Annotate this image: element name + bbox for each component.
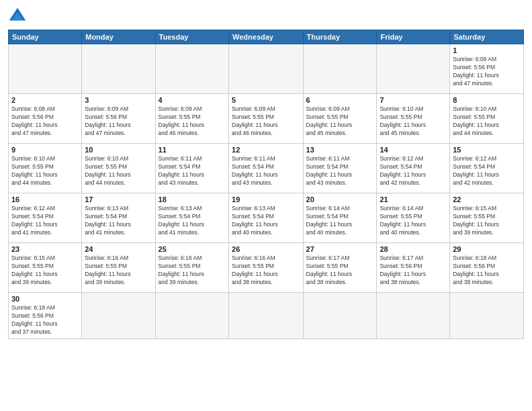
calendar-cell: 3Sunrise: 6:09 AMSunset: 5:56 PMDaylight… xyxy=(82,94,155,144)
calendar-cell: 8Sunrise: 6:10 AMSunset: 5:55 PMDaylight… xyxy=(450,94,524,144)
calendar-week-2: 2Sunrise: 6:08 AMSunset: 5:56 PMDaylight… xyxy=(9,94,524,144)
day-info: Sunrise: 6:09 AMSunset: 5:55 PMDaylight:… xyxy=(159,105,226,138)
day-info: Sunrise: 6:11 AMSunset: 5:54 PMDaylight:… xyxy=(159,155,226,187)
calendar-header-wednesday: Wednesday xyxy=(229,30,304,44)
day-info: Sunrise: 6:08 AMSunset: 5:56 PMDaylight:… xyxy=(11,105,79,138)
day-info: Sunrise: 6:10 AMSunset: 5:55 PMDaylight:… xyxy=(453,105,521,138)
calendar-cell: 18Sunrise: 6:13 AMSunset: 5:54 PMDayligh… xyxy=(155,193,228,243)
calendar-cell: 21Sunrise: 6:14 AMSunset: 5:55 PMDayligh… xyxy=(377,193,450,243)
logo-icon xyxy=(8,7,27,26)
calendar-cell xyxy=(377,44,450,94)
calendar-cell: 19Sunrise: 6:13 AMSunset: 5:54 PMDayligh… xyxy=(229,193,304,243)
day-number: 8 xyxy=(453,96,521,104)
calendar-cell: 17Sunrise: 6:13 AMSunset: 5:54 PMDayligh… xyxy=(82,193,155,243)
day-number: 29 xyxy=(453,245,521,253)
day-info: Sunrise: 6:17 AMSunset: 5:56 PMDaylight:… xyxy=(380,255,447,287)
day-number: 3 xyxy=(85,96,152,104)
day-number: 18 xyxy=(159,195,226,203)
day-info: Sunrise: 6:13 AMSunset: 5:54 PMDaylight:… xyxy=(85,205,152,237)
day-info: Sunrise: 6:12 AMSunset: 5:54 PMDaylight:… xyxy=(380,155,447,187)
calendar-cell: 12Sunrise: 6:11 AMSunset: 5:54 PMDayligh… xyxy=(229,144,304,193)
day-number: 28 xyxy=(380,245,447,253)
day-number: 24 xyxy=(85,245,152,253)
day-number: 23 xyxy=(11,245,79,253)
calendar-header-friday: Friday xyxy=(377,30,450,44)
calendar-header-tuesday: Tuesday xyxy=(155,30,228,44)
calendar-cell xyxy=(303,293,377,339)
calendar-cell: 26Sunrise: 6:16 AMSunset: 5:55 PMDayligh… xyxy=(229,243,304,293)
day-info: Sunrise: 6:15 AMSunset: 5:55 PMDaylight:… xyxy=(453,205,521,237)
calendar-week-6: 30Sunrise: 6:18 AMSunset: 5:56 PMDayligh… xyxy=(9,293,524,339)
calendar-cell: 27Sunrise: 6:17 AMSunset: 5:55 PMDayligh… xyxy=(303,243,377,293)
day-info: Sunrise: 6:13 AMSunset: 5:54 PMDaylight:… xyxy=(232,205,300,237)
day-info: Sunrise: 6:14 AMSunset: 5:54 PMDaylight:… xyxy=(306,205,374,237)
day-number: 14 xyxy=(380,146,447,154)
calendar-week-4: 16Sunrise: 6:12 AMSunset: 5:54 PMDayligh… xyxy=(9,193,524,243)
day-info: Sunrise: 6:17 AMSunset: 5:55 PMDaylight:… xyxy=(306,255,374,287)
day-number: 7 xyxy=(380,96,447,104)
calendar-cell xyxy=(82,293,155,339)
calendar-cell xyxy=(9,44,82,94)
calendar-cell: 10Sunrise: 6:10 AMSunset: 5:55 PMDayligh… xyxy=(82,144,155,193)
day-info: Sunrise: 6:14 AMSunset: 5:55 PMDaylight:… xyxy=(380,205,447,237)
day-info: Sunrise: 6:12 AMSunset: 5:54 PMDaylight:… xyxy=(453,155,521,187)
day-number: 15 xyxy=(453,146,521,154)
calendar-cell xyxy=(229,293,304,339)
header xyxy=(8,7,524,26)
calendar-cell: 13Sunrise: 6:11 AMSunset: 5:54 PMDayligh… xyxy=(303,144,377,193)
calendar-cell: 28Sunrise: 6:17 AMSunset: 5:56 PMDayligh… xyxy=(377,243,450,293)
day-info: Sunrise: 6:15 AMSunset: 5:55 PMDaylight:… xyxy=(11,255,79,287)
day-number: 21 xyxy=(380,195,447,203)
calendar-cell xyxy=(377,293,450,339)
calendar-cell: 15Sunrise: 6:12 AMSunset: 5:54 PMDayligh… xyxy=(450,144,524,193)
day-info: Sunrise: 6:08 AMSunset: 5:56 PMDaylight:… xyxy=(453,56,521,88)
calendar-cell: 30Sunrise: 6:18 AMSunset: 5:56 PMDayligh… xyxy=(9,293,82,339)
calendar-cell xyxy=(155,44,228,94)
calendar-cell: 1Sunrise: 6:08 AMSunset: 5:56 PMDaylight… xyxy=(450,44,524,94)
day-number: 9 xyxy=(11,146,79,154)
day-info: Sunrise: 6:16 AMSunset: 5:55 PMDaylight:… xyxy=(232,255,300,287)
day-number: 6 xyxy=(306,96,374,104)
calendar-cell: 11Sunrise: 6:11 AMSunset: 5:54 PMDayligh… xyxy=(155,144,228,193)
day-info: Sunrise: 6:10 AMSunset: 5:55 PMDaylight:… xyxy=(85,155,152,187)
day-number: 12 xyxy=(232,146,300,154)
calendar-week-1: 1Sunrise: 6:08 AMSunset: 5:56 PMDaylight… xyxy=(9,44,524,94)
day-number: 13 xyxy=(306,146,374,154)
calendar-cell: 25Sunrise: 6:16 AMSunset: 5:55 PMDayligh… xyxy=(155,243,228,293)
day-info: Sunrise: 6:18 AMSunset: 5:56 PMDaylight:… xyxy=(453,255,521,287)
calendar-cell: 5Sunrise: 6:09 AMSunset: 5:55 PMDaylight… xyxy=(229,94,304,144)
day-number: 11 xyxy=(159,146,226,154)
logo xyxy=(8,7,30,26)
calendar-cell: 4Sunrise: 6:09 AMSunset: 5:55 PMDaylight… xyxy=(155,94,228,144)
day-info: Sunrise: 6:09 AMSunset: 5:55 PMDaylight:… xyxy=(232,105,300,138)
calendar-cell xyxy=(450,293,524,339)
day-number: 22 xyxy=(453,195,521,203)
day-number: 25 xyxy=(159,245,226,253)
day-info: Sunrise: 6:16 AMSunset: 5:55 PMDaylight:… xyxy=(85,255,152,287)
calendar-cell xyxy=(303,44,377,94)
day-info: Sunrise: 6:09 AMSunset: 5:55 PMDaylight:… xyxy=(306,105,374,138)
day-number: 5 xyxy=(232,96,300,104)
calendar: SundayMondayTuesdayWednesdayThursdayFrid… xyxy=(8,30,524,339)
day-info: Sunrise: 6:10 AMSunset: 5:55 PMDaylight:… xyxy=(380,105,447,138)
day-info: Sunrise: 6:12 AMSunset: 5:54 PMDaylight:… xyxy=(11,205,79,237)
day-number: 27 xyxy=(306,245,374,253)
calendar-cell: 22Sunrise: 6:15 AMSunset: 5:55 PMDayligh… xyxy=(450,193,524,243)
day-number: 16 xyxy=(11,195,79,203)
day-info: Sunrise: 6:18 AMSunset: 5:56 PMDaylight:… xyxy=(11,304,79,336)
day-number: 30 xyxy=(11,295,79,303)
page: SundayMondayTuesdayWednesdayThursdayFrid… xyxy=(0,0,532,411)
day-info: Sunrise: 6:09 AMSunset: 5:56 PMDaylight:… xyxy=(85,105,152,138)
calendar-header-sunday: Sunday xyxy=(9,30,82,44)
calendar-cell xyxy=(155,293,228,339)
day-number: 26 xyxy=(232,245,300,253)
calendar-cell: 7Sunrise: 6:10 AMSunset: 5:55 PMDaylight… xyxy=(377,94,450,144)
day-info: Sunrise: 6:10 AMSunset: 5:55 PMDaylight:… xyxy=(11,155,79,187)
day-info: Sunrise: 6:13 AMSunset: 5:54 PMDaylight:… xyxy=(159,205,226,237)
day-number: 1 xyxy=(453,46,521,54)
calendar-cell: 20Sunrise: 6:14 AMSunset: 5:54 PMDayligh… xyxy=(303,193,377,243)
calendar-cell: 16Sunrise: 6:12 AMSunset: 5:54 PMDayligh… xyxy=(9,193,82,243)
day-number: 19 xyxy=(232,195,300,203)
calendar-cell: 6Sunrise: 6:09 AMSunset: 5:55 PMDaylight… xyxy=(303,94,377,144)
calendar-week-3: 9Sunrise: 6:10 AMSunset: 5:55 PMDaylight… xyxy=(9,144,524,193)
